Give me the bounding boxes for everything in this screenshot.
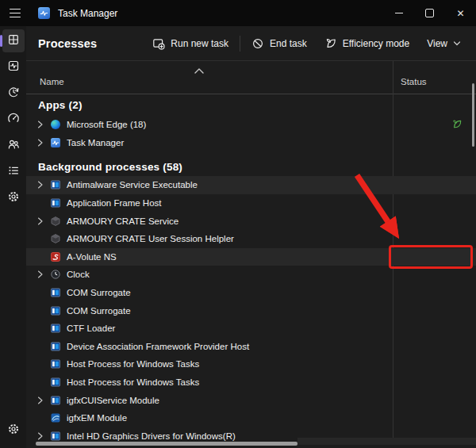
clock-icon <box>51 270 60 279</box>
sidebar-nav <box>0 29 26 209</box>
sidebar-item-users[interactable] <box>2 134 25 157</box>
maximize-button[interactable] <box>414 0 445 26</box>
scroll-up-indicator[interactable] <box>194 63 205 71</box>
run-new-task-icon <box>152 37 165 50</box>
edge-icon <box>51 120 60 129</box>
process-group-row[interactable]: Background processes (58) <box>26 151 476 176</box>
efficiency-mode-button[interactable]: Efficiency mode <box>316 33 419 54</box>
table-header: Name Status <box>26 71 476 94</box>
process-name: Microsoft Edge (18) <box>67 120 146 129</box>
app-window-icon <box>51 342 60 351</box>
process-name: igfxEM Module <box>67 413 127 423</box>
process-row[interactable]: A-Volute NS <box>26 248 476 266</box>
chevron-right-icon[interactable] <box>37 181 44 190</box>
process-row[interactable]: igfxEM Module <box>26 409 476 427</box>
chevron-right-icon[interactable] <box>37 396 44 404</box>
sidebar-item-app-history[interactable] <box>2 82 25 105</box>
process-row[interactable]: COM Surrogate <box>26 284 476 302</box>
a-volute-icon <box>51 252 60 262</box>
process-row[interactable]: ARMOURY CRATE Service <box>26 212 476 230</box>
process-row[interactable]: Device Association Framework Provider Ho… <box>26 338 476 356</box>
process-row[interactable]: Clock <box>26 266 476 284</box>
leaf-icon <box>324 37 337 50</box>
settings-gear-icon <box>7 423 20 438</box>
app-window-icon <box>51 359 60 369</box>
maximize-icon <box>425 9 434 17</box>
process-row[interactable]: Host Process for Windows Tasks <box>26 373 476 392</box>
process-row[interactable]: Application Frame Host <box>26 194 476 213</box>
process-row[interactable]: Microsoft Edge (18) <box>26 116 476 134</box>
process-row[interactable]: COM Surrogate <box>26 301 476 320</box>
process-row[interactable]: Task Manager <box>26 134 476 152</box>
minimize-icon <box>395 13 403 13</box>
process-name: Task Manager <box>67 138 124 147</box>
minimize-button[interactable] <box>383 0 414 26</box>
chevron-right-icon[interactable] <box>37 138 44 147</box>
selected-accent-pill <box>0 35 2 47</box>
task-manager-logo-icon <box>38 7 50 19</box>
chevron-right-icon[interactable] <box>37 431 44 440</box>
group-label: Apps (2) <box>38 99 83 111</box>
page-title: Processes <box>38 37 97 50</box>
sidebar-item-processes[interactable] <box>2 29 25 52</box>
chevron-down-icon <box>453 41 461 46</box>
app-window-icon <box>51 180 60 190</box>
app-window-icon <box>51 431 60 441</box>
end-task-button[interactable]: End task <box>243 33 316 54</box>
process-name: igfxCUIService Module <box>67 396 159 405</box>
process-name: Application Frame Host <box>67 198 162 208</box>
app-window-icon <box>51 377 60 387</box>
process-name: ARMOURY CRATE Service <box>67 216 178 226</box>
main-pane: Processes Run new taskEnd taskEfficiency… <box>26 26 476 448</box>
armoury-crate-icon <box>51 234 60 243</box>
process-row[interactable]: ARMOURY CRATE User Session Helpler <box>26 230 476 248</box>
startup-apps-icon <box>7 112 20 128</box>
process-row[interactable]: Host Process for Windows Tasks <box>26 355 476 373</box>
process-row[interactable]: CTF Loader <box>26 320 476 338</box>
toolbar-buttons: Run new taskEnd taskEfficiency modeView <box>144 33 470 54</box>
sidebar-item-performance[interactable] <box>2 56 25 78</box>
process-name: A-Volute NS <box>67 252 117 262</box>
app-window-icon <box>51 396 60 405</box>
app-window-icon <box>51 198 60 208</box>
process-name: Clock <box>67 270 90 279</box>
end-task-icon <box>251 37 264 50</box>
chevron-right-icon[interactable] <box>37 270 44 279</box>
process-table: Name Status Apps (2)Microsoft Edge (18)T… <box>26 60 476 448</box>
vertical-scrollbar-thumb[interactable] <box>472 83 474 147</box>
process-rows: Apps (2)Microsoft Edge (18)Task ManagerB… <box>26 94 476 445</box>
process-name: CTF Loader <box>67 324 115 333</box>
task-manager-window: Task Manager ✕ Processes Run new taskEnd… <box>0 0 476 448</box>
services-icon <box>7 190 20 206</box>
app-window-icon <box>51 306 60 316</box>
chevron-right-icon[interactable] <box>37 121 44 129</box>
hamburger-menu-icon[interactable] <box>2 0 28 26</box>
process-row[interactable]: Antimalware Service Executable <box>26 176 476 194</box>
app-history-icon <box>7 86 20 101</box>
process-name: Intel HD Graphics Drivers for Windows(R) <box>67 431 236 441</box>
performance-icon <box>7 59 20 75</box>
close-button[interactable]: ✕ <box>445 0 476 26</box>
sidebar <box>0 26 26 448</box>
sidebar-item-services[interactable] <box>2 186 25 209</box>
process-row[interactable]: igfxCUIService Module <box>26 391 476 409</box>
view-button[interactable]: View <box>418 34 470 53</box>
sidebar-item-details[interactable] <box>2 160 25 183</box>
column-header-status[interactable]: Status <box>401 77 427 86</box>
sidebar-item-startup-apps[interactable] <box>2 108 25 131</box>
efficiency-leaf-icon <box>451 119 463 130</box>
window-controls: ✕ <box>383 0 476 26</box>
process-group-row[interactable]: Apps (2) <box>26 94 476 116</box>
horizontal-scrollbar-thumb[interactable] <box>36 442 298 446</box>
sidebar-item-settings[interactable] <box>0 419 26 442</box>
details-icon <box>7 164 20 180</box>
chevron-right-icon[interactable] <box>37 216 44 225</box>
igfx-em-icon <box>51 413 60 423</box>
process-name: Host Process for Windows Tasks <box>67 377 199 387</box>
run-new-task-button[interactable]: Run new task <box>144 33 237 54</box>
column-header-name[interactable]: Name <box>40 77 64 86</box>
process-name: COM Surrogate <box>67 288 131 297</box>
app-window-icon <box>51 288 60 297</box>
processes-icon <box>7 33 20 49</box>
process-name: Host Process for Windows Tasks <box>67 359 199 369</box>
